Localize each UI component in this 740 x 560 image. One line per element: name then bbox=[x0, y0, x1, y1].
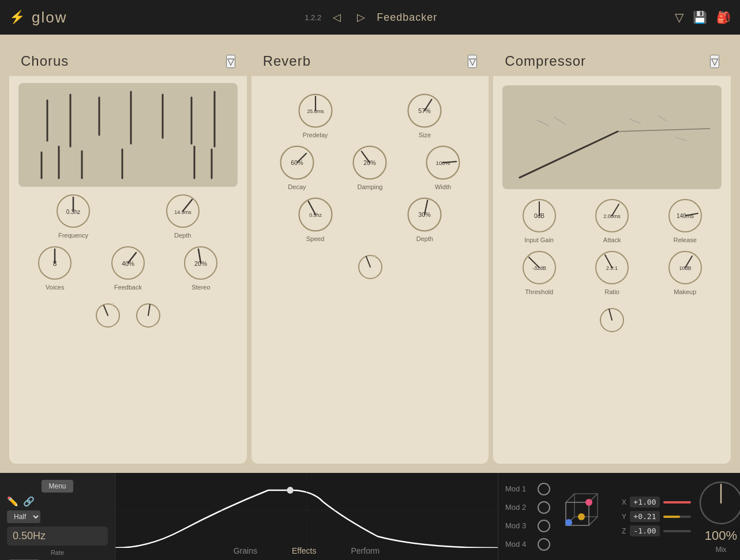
prev-preset-button[interactable]: ◁ bbox=[328, 9, 345, 26]
speed-knob[interactable]: 0.5hz bbox=[297, 196, 334, 233]
input-gain-label: Input Gain bbox=[524, 236, 554, 243]
attack-knob-group[interactable]: 2.00ms Attack bbox=[593, 197, 630, 243]
compressor-dropdown[interactable]: ▽ bbox=[710, 55, 719, 68]
mod-item-4: Mod 4 bbox=[505, 538, 550, 551]
save-button[interactable]: 💾 bbox=[693, 10, 707, 24]
compressor-mod-row bbox=[502, 301, 722, 339]
bag-button[interactable]: 🎒 bbox=[716, 10, 731, 24]
predelay-knob[interactable]: 25.0ms bbox=[297, 92, 334, 129]
tab-grains[interactable]: Grains bbox=[234, 546, 257, 555]
svg-line-71 bbox=[589, 517, 598, 525]
speed-label: Speed bbox=[306, 235, 325, 242]
depth-knob[interactable]: 14.9ms bbox=[164, 193, 201, 230]
release-knob[interactable]: 140ms bbox=[667, 197, 704, 234]
feedback-knob[interactable]: 40% bbox=[110, 245, 147, 281]
dropdown-icon[interactable]: ▽ bbox=[675, 10, 683, 24]
x-row: X +1.00 bbox=[622, 497, 691, 508]
frequency-knob[interactable]: 0.3hz bbox=[55, 193, 92, 230]
chorus-mod2[interactable] bbox=[134, 301, 163, 330]
width-knob[interactable]: 100% bbox=[425, 144, 461, 181]
decay-knob[interactable]: 60% bbox=[279, 144, 315, 181]
z-slider[interactable] bbox=[663, 530, 691, 532]
logo-text: glow bbox=[32, 9, 67, 27]
damping-knob[interactable]: 20% bbox=[351, 144, 388, 181]
release-knob-group[interactable]: 140ms Release bbox=[667, 197, 704, 243]
makeup-knob-group[interactable]: 10dB Makeup bbox=[667, 249, 704, 295]
threshold-knob[interactable]: -32dB bbox=[521, 249, 558, 286]
reverb-row3: 0.5hz Speed 30% Depth bbox=[261, 196, 480, 242]
threshold-knob-group[interactable]: -32dB Threshold bbox=[521, 249, 558, 295]
ratio-knob-group[interactable]: 2.0:1 Ratio bbox=[593, 249, 630, 295]
x-slider[interactable] bbox=[663, 501, 691, 503]
xyz-section: X +1.00 Y +0.21 Z -1.00 bbox=[622, 497, 691, 536]
reverb-row1: 25.0ms Predelay 57% Size bbox=[261, 92, 480, 138]
chorus-mod-knob2[interactable] bbox=[134, 301, 163, 330]
chorus-dropdown[interactable]: ▽ bbox=[226, 55, 235, 68]
svg-text:0.3hz: 0.3hz bbox=[66, 209, 80, 215]
mod-item-2: Mod 2 bbox=[505, 501, 550, 514]
attack-label: Attack bbox=[603, 236, 621, 243]
preset-name: Feedbacker bbox=[377, 12, 437, 24]
compressor-mod1[interactable] bbox=[598, 306, 626, 335]
half-select[interactable]: Half bbox=[7, 510, 40, 523]
tab-effects[interactable]: Effects bbox=[292, 546, 317, 555]
depth-r-label: Depth bbox=[416, 235, 433, 242]
compressor-mod-knob1[interactable] bbox=[598, 306, 626, 335]
decay-knob-group[interactable]: 60% Decay bbox=[279, 144, 315, 190]
reverb-mod-knob1[interactable] bbox=[356, 253, 385, 281]
edit-icon[interactable]: ✏️ bbox=[7, 496, 18, 507]
voices-knob-group[interactable]: 8 Voices bbox=[36, 245, 73, 291]
tab-perform[interactable]: Perform bbox=[351, 546, 380, 555]
damping-knob-group[interactable]: 20% Damping bbox=[351, 144, 388, 190]
compressor-panel: Compressor ▽ bbox=[493, 44, 731, 464]
y-row: Y +0.21 bbox=[622, 511, 691, 522]
svg-rect-42 bbox=[502, 85, 722, 189]
envelope-svg bbox=[115, 473, 498, 548]
frequency-knob-group[interactable]: 0.3hz Frequency bbox=[55, 193, 92, 239]
svg-point-74 bbox=[578, 513, 585, 520]
reverb-row2: 60% Decay 20% Damping 10 bbox=[261, 144, 480, 190]
svg-text:14.9ms: 14.9ms bbox=[174, 209, 191, 215]
size-knob[interactable]: 57% bbox=[406, 92, 443, 129]
stereo-knob-group[interactable]: 20% Stereo bbox=[182, 245, 219, 291]
speed-knob-group[interactable]: 0.5hz Speed bbox=[297, 196, 334, 242]
mix-knob[interactable] bbox=[698, 480, 740, 526]
mix-section[interactable]: 100% Mix bbox=[698, 480, 740, 554]
y-slider[interactable] bbox=[663, 516, 691, 518]
bottom-center: Grains Effects Perform bbox=[115, 473, 498, 560]
ratio-knob[interactable]: 2.0:1 bbox=[593, 249, 630, 286]
next-preset-button[interactable]: ▷ bbox=[352, 9, 370, 26]
predelay-knob-group[interactable]: 25.0ms Predelay bbox=[297, 92, 334, 138]
size-knob-group[interactable]: 57% Size bbox=[406, 92, 443, 138]
menu-button[interactable]: Menu bbox=[42, 480, 73, 493]
chorus-mod1[interactable] bbox=[93, 301, 122, 330]
mod4-circle[interactable] bbox=[538, 538, 550, 551]
mod3-circle[interactable] bbox=[538, 520, 550, 532]
mod1-circle[interactable] bbox=[538, 483, 550, 495]
link-icon[interactable]: 🔗 bbox=[23, 496, 35, 507]
chorus-visualizer bbox=[18, 83, 238, 187]
depth-knob-group[interactable]: 14.9ms Depth bbox=[164, 193, 201, 239]
input-gain-knob-group[interactable]: 0dB Input Gain bbox=[521, 197, 558, 243]
reverb-dropdown[interactable]: ▽ bbox=[468, 55, 477, 68]
svg-text:0.5hz: 0.5hz bbox=[309, 212, 322, 218]
width-knob-group[interactable]: 100% Width bbox=[425, 144, 461, 190]
bottom-tabs: Grains Effects Perform bbox=[115, 546, 498, 555]
stereo-knob[interactable]: 20% bbox=[182, 245, 219, 281]
svg-text:10dB: 10dB bbox=[679, 265, 691, 271]
svg-text:20%: 20% bbox=[364, 159, 377, 166]
voices-knob[interactable]: 8 bbox=[36, 245, 73, 281]
cube-section bbox=[557, 485, 615, 548]
input-gain-knob[interactable]: 0dB bbox=[521, 197, 558, 234]
chorus-mod-knob1[interactable] bbox=[93, 301, 122, 330]
z-value: -1.00 bbox=[630, 525, 660, 536]
mod2-circle[interactable] bbox=[538, 501, 550, 514]
reverb-mod1[interactable] bbox=[356, 253, 385, 281]
attack-knob[interactable]: 2.00ms bbox=[593, 197, 630, 234]
depth-r-knob-group[interactable]: 30% Depth bbox=[406, 196, 443, 242]
feedback-knob-group[interactable]: 40% Feedback bbox=[110, 245, 147, 291]
depth-r-knob[interactable]: 30% bbox=[406, 196, 443, 233]
release-label: Release bbox=[674, 236, 697, 243]
stereo-label: Stereo bbox=[191, 284, 210, 291]
makeup-knob[interactable]: 10dB bbox=[667, 249, 704, 286]
